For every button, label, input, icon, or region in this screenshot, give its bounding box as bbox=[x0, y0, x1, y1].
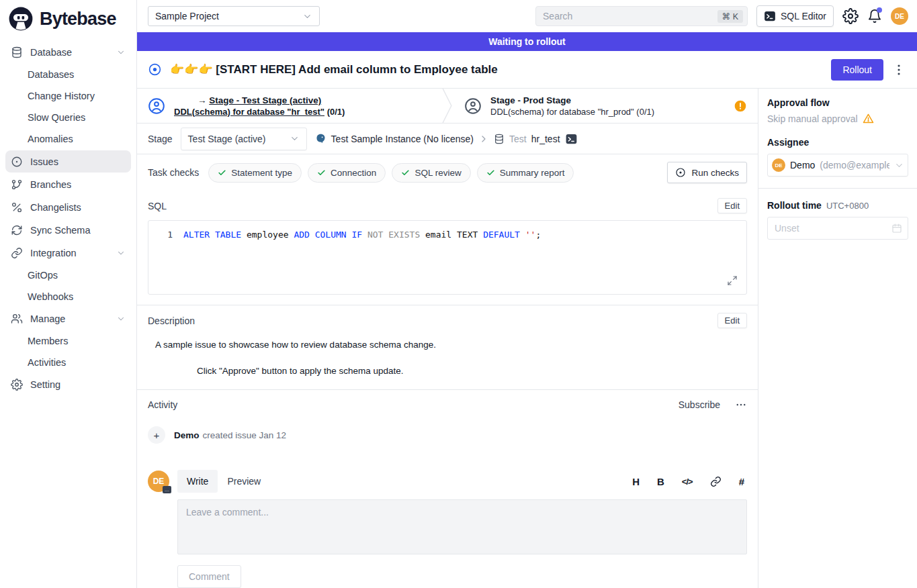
sql-label: SQL bbox=[148, 201, 167, 211]
pencil-ruler-icon bbox=[11, 201, 23, 213]
environment-name: Test bbox=[509, 134, 527, 144]
subscribe-button[interactable]: Subscribe bbox=[679, 399, 720, 410]
comment-submit-button[interactable]: Comment bbox=[177, 565, 241, 588]
sidebar-item-label: GitOps bbox=[28, 270, 58, 281]
heading-icon[interactable]: H bbox=[632, 476, 640, 487]
play-circle-icon bbox=[675, 167, 686, 178]
chevron-down-icon bbox=[116, 248, 126, 258]
sidebar-item-slow-queries[interactable]: Slow Queries bbox=[0, 107, 136, 128]
issue-content: → Stage - Test Stage (active) DDL(schema… bbox=[137, 89, 758, 588]
sidebar-item-database[interactable]: Database bbox=[0, 41, 136, 64]
rollout-timezone: UTC+0800 bbox=[826, 201, 869, 211]
issue-status-icon bbox=[148, 62, 162, 77]
bold-icon[interactable]: B bbox=[657, 476, 664, 487]
rollout-button[interactable]: Rollout bbox=[831, 59, 883, 81]
bytebase-logo[interactable]: Bytebase bbox=[0, 0, 136, 37]
stage-card-prod[interactable]: Stage - Prod Stage DDL(schema) for datab… bbox=[453, 89, 758, 123]
approval-flow-label: Approval flow bbox=[767, 97, 908, 108]
warning-triangle-icon bbox=[863, 113, 874, 124]
notification-dot bbox=[877, 7, 882, 13]
search-shortcut-kbd: ⌘ K bbox=[717, 10, 743, 23]
settings-gear-icon[interactable] bbox=[842, 8, 859, 24]
activity-event: + Democreated issue Jan 12 bbox=[137, 412, 758, 444]
rollout-time-input[interactable] bbox=[767, 217, 908, 240]
assignee-name: Demo bbox=[790, 160, 815, 170]
database-icon bbox=[11, 46, 23, 58]
search-input[interactable] bbox=[543, 11, 717, 21]
stage-title: Stage - Prod Stage bbox=[490, 95, 654, 105]
sidebar-item-setting[interactable]: Setting bbox=[0, 373, 136, 396]
warning-circle-icon bbox=[734, 99, 747, 113]
open-sql-editor-icon[interactable] bbox=[565, 133, 578, 145]
activity-label: Activity bbox=[148, 399, 679, 410]
search-box[interactable]: ⌘ K bbox=[535, 6, 748, 26]
tab-preview[interactable]: Preview bbox=[218, 470, 270, 493]
sql-editor[interactable]: 1 ALTER TABLE employee ADD COLUMN IF NOT… bbox=[148, 220, 747, 295]
sidebar-item-webhooks[interactable]: Webhooks bbox=[0, 286, 136, 307]
sidebar-item-label: Activities bbox=[28, 357, 66, 368]
sidebar-item-changelists[interactable]: Changelists bbox=[0, 196, 136, 219]
assignee-label: Assignee bbox=[767, 137, 908, 148]
assignee-select[interactable]: DE Demo (demo@example bbox=[767, 154, 908, 177]
chevron-down-icon bbox=[290, 134, 300, 144]
gear-icon bbox=[11, 379, 23, 391]
project-select[interactable]: Sample Project bbox=[148, 6, 320, 26]
database-name[interactable]: hr_test bbox=[531, 134, 560, 144]
description-edit-button[interactable]: Edit bbox=[717, 313, 747, 328]
sidebar-item-change-history[interactable]: Change History bbox=[0, 85, 136, 107]
comment-input[interactable] bbox=[177, 499, 747, 554]
sidebar-item-label: Sync Schema bbox=[30, 225, 90, 236]
run-checks-button[interactable]: Run checks bbox=[667, 162, 747, 183]
check-pill-connection[interactable]: Connection bbox=[308, 163, 386, 183]
sql-edit-button[interactable]: Edit bbox=[717, 198, 747, 213]
expand-icon[interactable] bbox=[727, 275, 738, 286]
chevron-down-icon bbox=[116, 314, 126, 324]
sql-editor-button[interactable]: SQL Editor bbox=[756, 5, 834, 27]
stage-separator bbox=[441, 89, 453, 123]
check-pill-label: Statement type bbox=[231, 168, 292, 178]
instance-name[interactable]: Test Sample Instance (No license) bbox=[331, 134, 474, 144]
check-pill-sql-review[interactable]: SQL review bbox=[392, 163, 470, 183]
sidebar-item-label: Members bbox=[28, 336, 68, 346]
sidebar-item-anomalies[interactable]: Anomalies bbox=[0, 128, 136, 150]
ellipsis-menu-icon[interactable] bbox=[735, 399, 747, 411]
sidebar-item-manage[interactable]: Manage bbox=[0, 307, 136, 330]
sidebar-item-gitops[interactable]: GitOps bbox=[0, 264, 136, 286]
issue-header: 👉👉👉 [START HERE] Add email column to Emp… bbox=[137, 51, 917, 89]
kebab-menu-icon[interactable] bbox=[891, 62, 906, 77]
sidebar-item-activities[interactable]: Activities bbox=[0, 352, 136, 373]
approval-flow-value: Skip manual approval bbox=[767, 113, 908, 124]
notifications-bell[interactable] bbox=[867, 9, 882, 23]
sidebar-item-branches[interactable]: Branches bbox=[0, 173, 136, 196]
check-pill-statement-type[interactable]: Statement type bbox=[208, 163, 302, 183]
stage-select[interactable]: Test Stage (active) bbox=[181, 128, 307, 150]
tab-write[interactable]: Write bbox=[177, 470, 218, 493]
topbar: Sample Project ⌘ K SQL Editor DE bbox=[137, 0, 917, 32]
stage-task: DDL(schema) for database "hr_prod" bbox=[490, 107, 634, 117]
sidebar-nav: Database Databases Change History Slow Q… bbox=[0, 37, 136, 400]
sql-editor-label: SQL Editor bbox=[781, 11, 826, 21]
activity-event-actor: Demo bbox=[174, 430, 200, 440]
hash-icon[interactable]: # bbox=[739, 476, 744, 487]
app: Bytebase Database Databases Change Histo… bbox=[0, 0, 917, 588]
check-icon bbox=[317, 168, 326, 177]
check-pill-summary-report[interactable]: Summary report bbox=[477, 163, 574, 183]
user-avatar[interactable]: DE bbox=[891, 7, 908, 25]
description-paragraph: A sample issue to showcase how to review… bbox=[155, 340, 747, 350]
sidebar-item-integration[interactable]: Integration bbox=[0, 242, 136, 264]
stage-card-test[interactable]: → Stage - Test Stage (active) DDL(schema… bbox=[137, 89, 441, 123]
activity-header: Activity Subscribe bbox=[137, 390, 758, 412]
issue-sidebar: Approval flow Skip manual approval Assig… bbox=[758, 89, 917, 588]
link-icon bbox=[11, 247, 23, 259]
circle-dot-icon bbox=[11, 156, 23, 168]
code-icon[interactable]: </> bbox=[682, 477, 693, 487]
users-icon bbox=[11, 313, 23, 325]
sidebar-item-issues[interactable]: Issues bbox=[5, 150, 131, 173]
description-label: Description bbox=[148, 315, 195, 326]
task-checks-row: Task checks Statement type Connection SQ… bbox=[137, 154, 758, 191]
sidebar-item-databases[interactable]: Databases bbox=[0, 64, 136, 85]
format-toolbar: H B </> # bbox=[632, 476, 747, 487]
link-icon[interactable] bbox=[710, 476, 722, 487]
sidebar-item-members[interactable]: Members bbox=[0, 330, 136, 352]
sidebar-item-sync-schema[interactable]: Sync Schema bbox=[0, 219, 136, 242]
